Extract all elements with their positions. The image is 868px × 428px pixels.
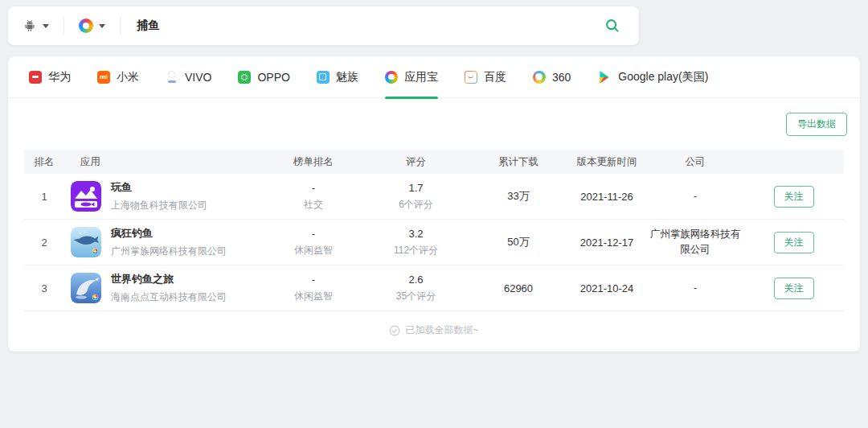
downloads-cell: 33万 (470, 189, 567, 204)
updated-cell: 2021-11-26 (567, 191, 647, 203)
tab-label: 小米 (117, 70, 139, 84)
category-label: 社交 (265, 198, 362, 212)
header-downloads: 累计下载 (470, 155, 567, 169)
table-row: 1 玩鱼 上海物鱼科技有限公司 - 社交 (24, 174, 844, 220)
rank-cell: 2 (24, 237, 64, 249)
tab-label: 百度 (484, 70, 506, 84)
app-name: 玩鱼 (111, 180, 207, 195)
app-developer: 海南点点互动科技有限公司 (111, 290, 227, 304)
rating-count: 35个评分 (362, 290, 470, 303)
yingyongbao-swirl-icon (385, 71, 398, 84)
rating-value: 3.2 (362, 228, 470, 240)
load-status: 已加载全部数据~ (8, 311, 860, 349)
list-rank-value: - (265, 182, 362, 194)
updated-cell: 2021-10-24 (567, 282, 647, 294)
tab-label: 华为 (48, 70, 71, 84)
app-developer: 广州掌族网络科技有限公司 (111, 245, 227, 258)
category-label: 休闲益智 (265, 290, 362, 303)
header-rank: 排名 (24, 155, 64, 169)
app-icon-shijiediaoyuzhilv (71, 273, 101, 303)
header-updated: 版本更新时间 (567, 155, 647, 169)
tab-360[interactable]: 360 (533, 56, 571, 98)
list-rank-cell: - 休闲益智 (265, 274, 362, 303)
rank-cell: 3 (24, 282, 64, 294)
tab-baidu[interactable]: 百度 (465, 56, 506, 98)
vivo-appstore-icon (166, 71, 178, 84)
updated-cell: 2021-12-17 (567, 237, 647, 249)
follow-button[interactable]: 关注 (774, 278, 814, 299)
baidu-appstore-icon (465, 71, 477, 84)
yingyongbao-swirl-icon (79, 19, 93, 33)
tab-label: OPPO (257, 71, 289, 84)
tab-yingyongbao[interactable]: 应用宝 (385, 56, 438, 98)
header-app: 应用 (64, 155, 265, 169)
search-bar (8, 6, 639, 45)
app-developer: 上海物鱼科技有限公司 (111, 199, 207, 212)
android-icon (23, 19, 37, 33)
app-icon-fengkuangdiaoyu (71, 227, 101, 257)
company-cell: - (647, 281, 743, 296)
app-cell[interactable]: 世界钓鱼之旅 海南点点互动科技有限公司 (64, 272, 265, 304)
follow-button[interactable]: 关注 (774, 232, 814, 253)
oppo-appstore-icon (238, 71, 251, 84)
tab-label: VIVO (185, 71, 211, 84)
header-list-rank: 榜单排名 (265, 155, 362, 169)
company-cell: - (647, 189, 743, 204)
results-panel: 华为 mi 小米 VIVO OPPO 魅族 应用宝 百度 360 (8, 56, 860, 352)
tab-oppo[interactable]: OPPO (238, 56, 289, 98)
company-cell: 广州掌族网络科技有限公司 (647, 227, 743, 257)
platform-select[interactable] (8, 19, 63, 33)
rating-value: 1.7 (362, 182, 470, 194)
search-input[interactable] (137, 19, 604, 32)
header-company: 公司 (647, 154, 743, 170)
downloads-cell: 62960 (470, 282, 567, 294)
google-play-icon (597, 70, 612, 84)
list-rank-value: - (265, 274, 362, 286)
chevron-down-icon (43, 24, 49, 28)
table-row: 2 疯狂钓鱼 (24, 220, 844, 265)
rating-count: 6个评分 (362, 198, 470, 212)
tab-huawei[interactable]: 华为 (29, 56, 71, 98)
tab-label: Google play(美国) (618, 70, 708, 84)
rating-count: 112个评分 (362, 244, 470, 257)
follow-button[interactable]: 关注 (774, 186, 814, 208)
header-rating: 评分 (362, 155, 470, 169)
divider (120, 17, 121, 35)
rating-cell: 2.6 35个评分 (362, 274, 470, 303)
list-rank-value: - (265, 228, 362, 240)
meizu-appstore-icon (317, 71, 330, 84)
xiaomi-appstore-icon: mi (97, 71, 110, 84)
tab-label: 应用宝 (404, 70, 438, 84)
tab-meizu[interactable]: 魅族 (317, 56, 358, 98)
app-name: 世界钓鱼之旅 (111, 272, 227, 286)
tab-googleplay[interactable]: Google play(美国) (597, 56, 708, 98)
tab-vivo[interactable]: VIVO (166, 56, 211, 98)
store-select[interactable] (64, 19, 120, 33)
search-icon[interactable] (604, 17, 621, 35)
chevron-down-icon (99, 24, 105, 28)
rank-cell: 1 (24, 191, 64, 203)
huawei-appstore-icon (29, 71, 42, 84)
load-status-text: 已加载全部数据~ (405, 323, 478, 337)
app-icon-wanyu (71, 181, 101, 212)
tab-xiaomi[interactable]: mi 小米 (97, 56, 139, 98)
downloads-cell: 50万 (470, 235, 567, 249)
apps-table: 排名 应用 榜单排名 评分 累计下载 版本更新时间 公司 1 (24, 150, 844, 311)
table-header: 排名 应用 榜单排名 评分 累计下载 版本更新时间 公司 (24, 150, 844, 174)
table-row: 3 世界钓鱼之旅 (24, 265, 844, 311)
category-label: 休闲益智 (265, 244, 362, 257)
rating-cell: 1.7 6个评分 (362, 182, 470, 212)
store-tabbar: 华为 mi 小米 VIVO OPPO 魅族 应用宝 百度 360 (8, 56, 860, 98)
app-name: 疯狂钓鱼 (111, 226, 227, 241)
tab-label: 魅族 (336, 70, 358, 84)
list-rank-cell: - 休闲益智 (265, 228, 362, 257)
export-data-button[interactable]: 导出数据 (786, 113, 847, 136)
rating-value: 2.6 (362, 274, 470, 286)
360-appstore-icon (533, 71, 546, 84)
rating-cell: 3.2 112个评分 (362, 228, 470, 257)
check-circle-icon (389, 325, 400, 336)
app-cell[interactable]: 疯狂钓鱼 广州掌族网络科技有限公司 (64, 226, 265, 258)
tab-label: 360 (552, 71, 571, 84)
toolbar: 导出数据 (8, 98, 860, 150)
app-cell[interactable]: 玩鱼 上海物鱼科技有限公司 (64, 180, 265, 212)
